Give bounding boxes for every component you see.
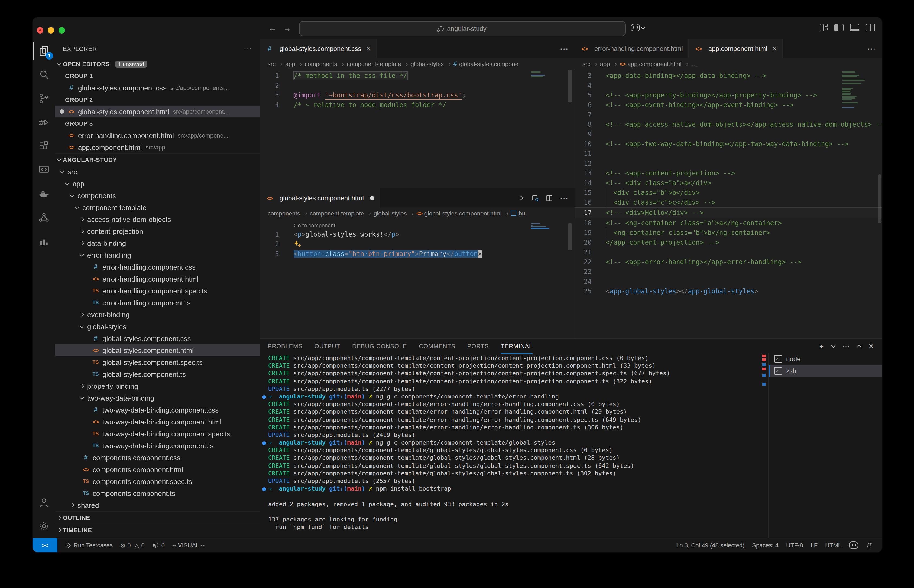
- tree-folder-global-styles[interactable]: global-styles: [55, 320, 260, 333]
- tree-folder-component-template[interactable]: component-template: [55, 202, 260, 213]
- tree-item[interactable]: <>two-way-data-binding.component.html: [55, 416, 260, 428]
- tree-folder-app[interactable]: app: [55, 178, 260, 189]
- tree-item[interactable]: #global-styles.component.css: [55, 333, 260, 344]
- tree-folder-components[interactable]: components: [55, 189, 260, 202]
- tree-item[interactable]: TScomponents.component.spec.ts: [55, 475, 260, 487]
- tree-item[interactable]: <>error-handling.component.html: [55, 273, 260, 285]
- panel-tab-terminal[interactable]: TERMINAL: [501, 339, 532, 353]
- codelens-go-to-component[interactable]: Go to component: [260, 222, 575, 229]
- tree-folder-two-way-data-binding[interactable]: two-way-data-binding: [55, 392, 260, 404]
- breadcrumb-item[interactable]: <>app.component.html: [620, 61, 691, 67]
- new-terminal-icon[interactable]: +: [819, 342, 824, 350]
- tree-item[interactable]: TScomponents.component.ts: [55, 487, 260, 499]
- tree-item[interactable]: TStwo-way-data-binding.component.ts: [55, 439, 260, 452]
- ports-status[interactable]: 0: [149, 542, 168, 549]
- tab-global-styles-html[interactable]: <>global-styles.component.html: [260, 188, 380, 207]
- breadcrumb-item[interactable]: src: [582, 61, 600, 67]
- breadcrumb[interactable]: srcappcomponentscomponent-templateglobal…: [260, 58, 575, 70]
- copilot-menu-icon[interactable]: [631, 24, 645, 31]
- profiler-bars-icon[interactable]: [32, 229, 55, 254]
- run-debug-icon[interactable]: [32, 110, 55, 134]
- breadcrumb-item[interactable]: components: [268, 210, 310, 216]
- docker-icon[interactable]: [32, 182, 55, 206]
- tree-folder-access-native-dom-objects[interactable]: access-native-dom-objects: [55, 213, 260, 225]
- open-editor-item[interactable]: <>error-handling.component.htmlsrc/app/c…: [55, 129, 260, 141]
- run-testcases-button[interactable]: Run Testcases: [61, 542, 116, 549]
- css-editor[interactable]: 1/* method1 in the css file */23@import …: [260, 70, 575, 189]
- language-mode-status[interactable]: HTML: [821, 542, 845, 548]
- sidebar-section-timeline[interactable]: TIMELINE: [55, 523, 260, 536]
- tree-item[interactable]: TSglobal-styles.component.ts: [55, 368, 260, 380]
- breadcrumb-item[interactable]: global-styles: [411, 61, 453, 67]
- toggle-secondary-sidebar-icon[interactable]: [866, 24, 875, 31]
- open-editor-item[interactable]: <>app.component.htmlsrc/app: [55, 141, 260, 153]
- project-root-header[interactable]: ANGULAR-STUDY: [55, 153, 260, 166]
- tab-app-component-html[interactable]: <>app.component.html×: [689, 39, 783, 58]
- tree-folder-event-binding[interactable]: event-binding: [55, 309, 260, 320]
- panel-tab-problems[interactable]: PROBLEMS: [268, 339, 303, 353]
- breadcrumb-item[interactable]: global-styles: [374, 210, 416, 216]
- explorer-icon[interactable]: 1: [32, 39, 55, 63]
- breadcrumb-item[interactable]: component-template: [310, 210, 374, 216]
- breadcrumb-item[interactable]: <>global-styles.component.html: [416, 210, 511, 216]
- editor-more-actions-icon[interactable]: ···: [560, 44, 568, 53]
- command-center-search[interactable]: angular-study: [299, 21, 626, 36]
- tree-item[interactable]: <>components.component.html: [55, 464, 260, 475]
- run-icon[interactable]: [518, 194, 525, 202]
- minimap[interactable]: [531, 71, 555, 78]
- minimap[interactable]: [531, 223, 555, 229]
- tree-item[interactable]: #components.component.css: [55, 452, 260, 464]
- breadcrumb-item[interactable]: components: [305, 61, 347, 67]
- tree-folder-error-handling[interactable]: error-handling: [55, 249, 260, 261]
- minimap[interactable]: [842, 71, 875, 109]
- scrollbar[interactable]: [568, 223, 572, 250]
- close-panel-icon[interactable]: ✕: [868, 342, 874, 350]
- split-editor-icon[interactable]: [545, 194, 553, 202]
- kubernetes-network-icon[interactable]: [32, 206, 55, 229]
- tree-folder-content-projection[interactable]: content-projection: [55, 225, 260, 237]
- cursor-position[interactable]: Ln 3, Col 49 (48 selected): [672, 542, 748, 548]
- tree-item[interactable]: TSerror-handling.component.spec.ts: [55, 285, 260, 297]
- zoom-window-button[interactable]: [58, 27, 65, 34]
- tree-item[interactable]: #error-handling.component.css: [55, 261, 260, 273]
- panel-tab-output[interactable]: OUTPUT: [314, 339, 340, 353]
- maximize-panel-icon[interactable]: [857, 345, 861, 349]
- extensions-icon[interactable]: [32, 134, 55, 158]
- tree-item[interactable]: TStwo-way-data-binding.component.spec.ts: [55, 428, 260, 439]
- tree-folder-property-binding[interactable]: property-binding: [55, 380, 260, 392]
- customize-layout-icon[interactable]: [820, 24, 828, 30]
- search-icon[interactable]: [32, 63, 55, 87]
- scrollbar[interactable]: [878, 174, 882, 223]
- editor-more-actions-icon[interactable]: ···: [867, 44, 875, 53]
- panel-tab-debug-console[interactable]: DEBUG CONSOLE: [352, 339, 407, 353]
- breadcrumb[interactable]: componentscomponent-templateglobal-style…: [260, 207, 575, 219]
- open-editor-item[interactable]: <>global-styles.component.htmlsrc/app/co…: [55, 106, 260, 118]
- copilot-status-icon[interactable]: [845, 541, 862, 549]
- open-editor-item[interactable]: #global-styles.component.csssrc/app/comp…: [55, 82, 260, 94]
- tree-item[interactable]: TSglobal-styles.component.spec.ts: [55, 356, 260, 368]
- open-changes-icon[interactable]: [532, 194, 539, 202]
- breadcrumb-item[interactable]: src: [268, 61, 285, 67]
- tree-item[interactable]: #two-way-data-binding.component.css: [55, 404, 260, 416]
- close-window-button[interactable]: [37, 27, 43, 34]
- eol-status[interactable]: LF: [807, 542, 821, 548]
- back-icon[interactable]: ←: [268, 23, 277, 33]
- scrollbar[interactable]: [568, 70, 572, 102]
- notifications-bell-icon[interactable]: [862, 542, 877, 549]
- remote-indicator[interactable]: ><: [32, 538, 57, 552]
- breadcrumb-item[interactable]: component-template: [347, 61, 411, 67]
- panel-tab-ports[interactable]: PORTS: [467, 339, 489, 353]
- html-editor[interactable]: Go to component1<p>global-styles works!<…: [260, 219, 575, 318]
- terminal-instance-zsh[interactable]: >_zsh: [769, 365, 882, 377]
- breadcrumb[interactable]: srcapp<>app.component.html…: [575, 58, 882, 70]
- source-control-icon[interactable]: [32, 87, 55, 110]
- problems-status[interactable]: ⊗0 △0: [116, 542, 149, 549]
- breadcrumb-item[interactable]: …: [691, 61, 697, 67]
- vim-mode-indicator[interactable]: -- VISUAL --: [168, 542, 208, 548]
- breadcrumb-item[interactable]: #global-styles.compone: [453, 60, 518, 68]
- tree-folder-src[interactable]: src: [55, 166, 260, 178]
- forward-icon[interactable]: →: [282, 23, 292, 33]
- minimize-window-button[interactable]: [48, 27, 54, 34]
- toggle-sidebar-icon[interactable]: [834, 24, 844, 31]
- terminal-dropdown-icon[interactable]: [831, 343, 835, 348]
